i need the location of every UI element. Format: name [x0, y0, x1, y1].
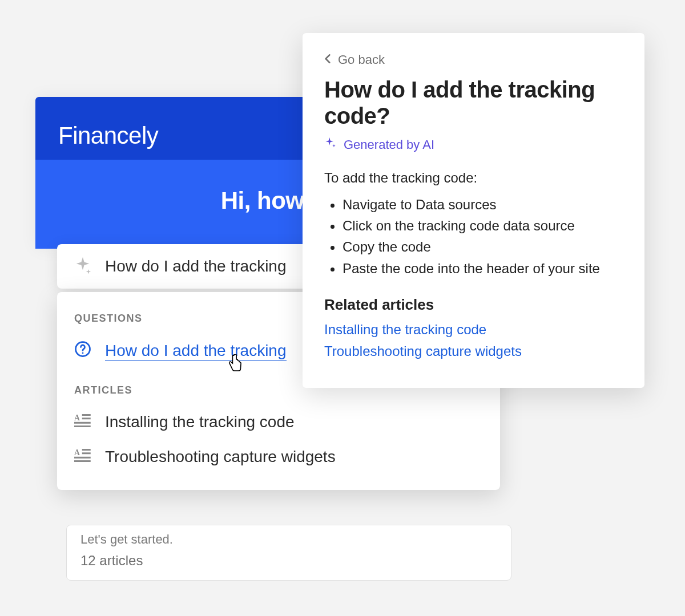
article-result-label: Troubleshooting capture widgets [105, 448, 336, 466]
answer-title: How do I add the tracking code? [324, 76, 623, 129]
svg-text:A: A [74, 414, 80, 422]
related-articles-heading: Related articles [324, 296, 623, 314]
svg-rect-11 [74, 460, 91, 462]
generated-by-badge: Generated by AI [324, 137, 623, 153]
svg-point-1 [82, 352, 84, 354]
generated-by-label: Generated by AI [344, 137, 434, 152]
article-icon: A [74, 447, 91, 466]
answer-step: Click on the tracking code data source [342, 215, 623, 236]
answer-step: Copy the code [342, 236, 623, 257]
svg-rect-3 [82, 414, 91, 416]
svg-rect-6 [74, 425, 91, 427]
related-article-link[interactable]: Troubleshooting capture widgets [324, 343, 623, 359]
chevron-left-icon [324, 52, 331, 67]
answer-step: Navigate to Data sources [342, 194, 623, 215]
search-text: How do I add the tracking [105, 257, 287, 275]
svg-rect-4 [82, 418, 91, 419]
sparkle-icon [73, 256, 92, 277]
category-card[interactable]: Let's get started. 12 articles [66, 525, 511, 581]
category-card-title: Let's get started. [80, 532, 497, 547]
article-icon: A [74, 412, 91, 431]
svg-rect-8 [82, 449, 91, 451]
related-article-link[interactable]: Installing the tracking code [324, 322, 623, 338]
svg-rect-5 [74, 422, 91, 424]
answer-popover: Go back How do I add the tracking code? … [303, 33, 644, 388]
question-result-label: How do I add the tracking [105, 342, 287, 361]
svg-text:A: A [74, 448, 80, 457]
go-back-label: Go back [338, 52, 385, 67]
svg-rect-10 [74, 457, 91, 459]
question-icon [74, 341, 91, 362]
sparkle-icon [324, 137, 337, 153]
article-result[interactable]: A Troubleshooting capture widgets [57, 439, 500, 474]
category-card-count: 12 articles [80, 553, 497, 569]
article-result-label: Installing the tracking code [105, 413, 295, 431]
go-back-button[interactable]: Go back [324, 52, 623, 67]
svg-rect-9 [82, 452, 91, 454]
article-result[interactable]: A Installing the tracking code [57, 404, 500, 439]
answer-steps: Navigate to Data sources Click on the tr… [324, 194, 623, 279]
answer-step: Paste the code into the header of your s… [342, 258, 623, 279]
answer-intro: To add the tracking code: [324, 170, 623, 186]
